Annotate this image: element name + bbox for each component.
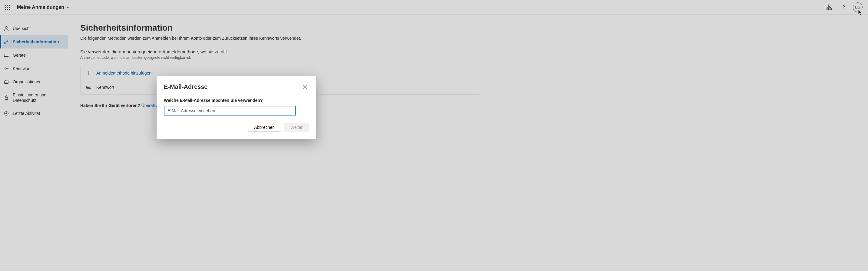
next-button[interactable]: Weiter [284, 123, 309, 132]
email-dialog: E-Mail-Adresse Welche E-Mail-Adresse möc… [157, 76, 316, 139]
modal-overlay[interactable] [0, 0, 868, 271]
dialog-close-button[interactable] [302, 83, 309, 91]
email-input[interactable] [164, 106, 296, 116]
dialog-header: E-Mail-Adresse [164, 83, 309, 91]
dialog-title: E-Mail-Adresse [164, 83, 208, 90]
cancel-button[interactable]: Abbrechen [248, 123, 281, 132]
close-icon [303, 85, 307, 89]
dialog-footer: Abbrechen Weiter [164, 123, 309, 132]
dialog-label: Welche E-Mail-Adresse möchten Sie verwen… [164, 98, 309, 103]
